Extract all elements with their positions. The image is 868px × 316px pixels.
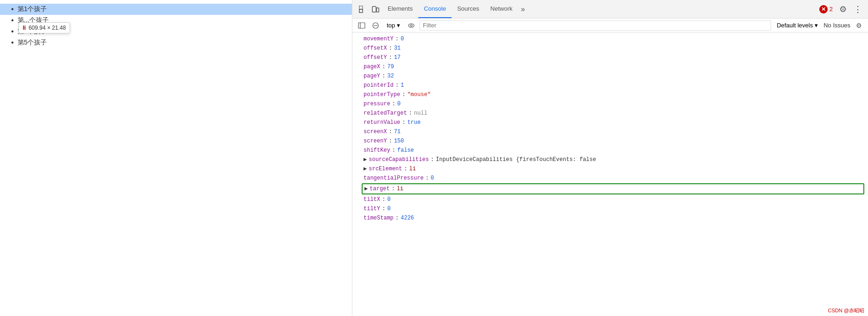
settings-icon[interactable]: ⚙ xyxy=(836,3,849,16)
svg-point-7 xyxy=(408,24,414,27)
prop-screenX: screenX : 71 xyxy=(352,127,868,136)
prop-returnValue: returnValue : true xyxy=(352,118,868,127)
left-panel: 第1个孩子 第...个孩子 li 609.94 × 21.48 第4个孩子 第5… xyxy=(0,0,352,316)
element-tooltip: li 609.94 × 21.48 xyxy=(19,22,70,33)
tooltip-tag: li xyxy=(23,25,26,31)
default-levels-arrow: ▾ xyxy=(815,22,818,29)
default-levels-label: Default levels xyxy=(777,22,813,29)
tab-network[interactable]: Network xyxy=(485,0,518,18)
svg-rect-2 xyxy=(377,8,379,12)
prop-movementY: movementY : 0 xyxy=(352,34,868,44)
no-issues-label: No Issues xyxy=(823,22,850,29)
prop-offsetY: offsetY : 17 xyxy=(352,53,868,62)
prop-timeStamp: timeStamp : 4226 xyxy=(352,213,868,223)
error-count: 2 xyxy=(830,6,833,13)
devtools-panel: Elements Console Sources Network » ✕ 2 ⚙… xyxy=(352,0,868,316)
device-icon[interactable] xyxy=(369,3,382,16)
error-badge[interactable]: ✕ 2 xyxy=(819,5,833,13)
more-options-icon[interactable]: ⋮ xyxy=(851,3,864,16)
prop-tiltX: tiltX : 0 xyxy=(352,195,868,204)
prop-relatedTarget: relatedTarget : null xyxy=(352,109,868,118)
tab-elements[interactable]: Elements xyxy=(382,0,418,18)
default-levels-button[interactable]: Default levels ▾ xyxy=(774,21,821,30)
error-icon: ✕ xyxy=(819,5,828,13)
context-selector[interactable]: top ▾ xyxy=(384,21,403,30)
prop-sourceCapabilities[interactable]: ▶ sourceCapabilities : InputDeviceCapabi… xyxy=(352,155,868,164)
tab-sources[interactable]: Sources xyxy=(452,0,485,18)
prop-tangentialPressure: tangentialPressure : 0 xyxy=(352,174,868,183)
list-item-1-label: 第1个孩子 xyxy=(18,5,47,13)
prop-pointerId: pointerId : 1 xyxy=(352,81,868,90)
expand-sourceCapabilities-icon[interactable]: ▶ xyxy=(364,155,367,164)
prop-screenY: screenY : 150 xyxy=(352,136,868,146)
svg-rect-3 xyxy=(358,23,365,28)
prop-pageX: pageX : 79 xyxy=(352,62,868,71)
list-item-1[interactable]: 第1个孩子 xyxy=(0,4,352,15)
prop-pressure: pressure : 0 xyxy=(352,99,868,109)
tab-console[interactable]: Console xyxy=(418,0,452,18)
prop-pageY: pageY : 32 xyxy=(352,71,868,81)
filter-input[interactable] xyxy=(420,20,771,31)
svg-point-8 xyxy=(410,25,412,26)
prop-target[interactable]: ▶ target : li xyxy=(362,183,864,194)
prop-offsetX: offsetX : 31 xyxy=(352,44,868,53)
tab-list: Elements Console Sources Network » xyxy=(382,0,528,18)
devtools-toolbar: Elements Console Sources Network » ✕ 2 ⚙… xyxy=(352,0,868,19)
issues-settings-icon[interactable]: ⚙ xyxy=(853,20,864,31)
tooltip-dimensions: 609.94 × 21.48 xyxy=(29,25,66,31)
console-content: movementY : 0 offsetX : 31 offsetY : 17 … xyxy=(352,32,868,316)
more-tabs-icon[interactable]: » xyxy=(518,5,528,13)
prop-srcElement[interactable]: ▶ srcElement : li xyxy=(352,164,868,174)
prop-tiltY: tiltY : 0 xyxy=(352,204,868,213)
prop-shiftKey: shiftKey : false xyxy=(352,146,868,155)
list-item-5-label: 第5个孩子 xyxy=(18,39,47,47)
context-selector-arrow: ▾ xyxy=(397,22,400,29)
expand-srcElement-icon[interactable]: ▶ xyxy=(364,165,367,173)
clear-console-icon[interactable] xyxy=(370,20,381,31)
svg-rect-0 xyxy=(359,6,363,9)
context-selector-label: top xyxy=(387,22,395,29)
list-item-5[interactable]: 第5个孩子 xyxy=(0,37,352,48)
eye-icon[interactable] xyxy=(406,20,417,31)
prop-pointerType: pointerType : "mouse" xyxy=(352,90,868,99)
sidebar-toggle-icon[interactable] xyxy=(356,20,367,31)
csdn-watermark: CSDN @赤昭昭 xyxy=(828,307,864,314)
console-toolbar: top ▾ Default levels ▾ No Issues ⚙ xyxy=(352,19,868,32)
svg-rect-1 xyxy=(372,6,376,12)
expand-target-icon[interactable]: ▶ xyxy=(364,185,368,193)
inspect-icon[interactable] xyxy=(356,3,369,16)
